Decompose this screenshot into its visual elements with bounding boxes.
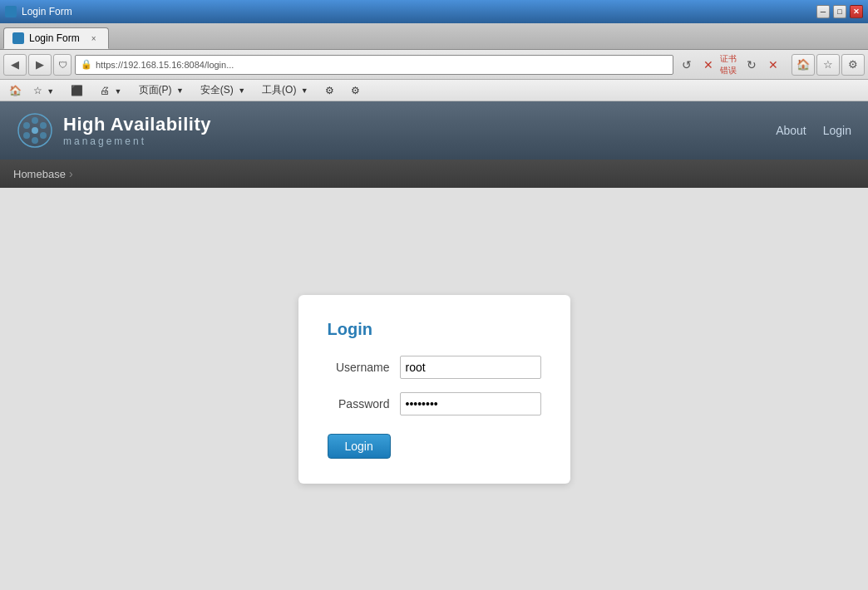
- browser-content: High Availability management About Login…: [0, 101, 868, 590]
- svg-point-7: [32, 127, 38, 134]
- logo-text-group: High Availability management: [63, 114, 211, 147]
- address-bar[interactable]: 🔒 https://192.168.15.16:8084/login...: [75, 55, 673, 75]
- forward-button[interactable]: ▶: [28, 54, 52, 76]
- username-row: Username: [328, 356, 541, 379]
- tab-title: Login Form: [29, 32, 80, 44]
- username-label: Username: [328, 361, 390, 374]
- settings-button[interactable]: ⚙: [841, 54, 865, 76]
- logo-title: High Availability: [63, 114, 211, 135]
- back-button[interactable]: ◀: [3, 54, 27, 76]
- site-header: High Availability management About Login: [0, 101, 868, 160]
- svg-point-6: [23, 122, 30, 129]
- maximize-button[interactable]: □: [833, 5, 846, 18]
- close-icon[interactable]: ✕: [763, 55, 783, 75]
- tab-bar: Login Form ×: [0, 23, 868, 50]
- active-tab[interactable]: Login Form ×: [3, 27, 109, 49]
- title-bar: Login Form ─ □ ✕: [0, 0, 868, 23]
- svg-point-1: [32, 117, 38, 124]
- username-input[interactable]: [400, 356, 541, 379]
- close-button[interactable]: ✕: [850, 5, 863, 18]
- browser-window: Login Form ─ □ ✕ Login Form × ◀ ▶ 🛡: [0, 0, 868, 590]
- print-button[interactable]: 🖨 ▼: [93, 83, 128, 98]
- tools-menu[interactable]: 工具(O) ▼: [255, 81, 315, 99]
- shield-icon: 🛡: [53, 54, 72, 76]
- login-button[interactable]: Login: [328, 434, 391, 459]
- security-menu[interactable]: 安全(S) ▼: [194, 81, 252, 99]
- reload-button[interactable]: ↻: [742, 55, 762, 75]
- lock-icon: 🔒: [81, 59, 92, 70]
- main-content: Login Username Password Login: [0, 188, 868, 590]
- tab-close-button[interactable]: ×: [88, 32, 100, 44]
- screenshot-button[interactable]: ⬛: [64, 83, 90, 98]
- login-link[interactable]: Login: [823, 124, 851, 137]
- toolbar-icons: ↺ ✕ 证书错误 ↻ ✕: [677, 55, 783, 75]
- password-row: Password: [328, 392, 541, 415]
- breadcrumb-homebase[interactable]: Homebase: [13, 168, 66, 180]
- login-form-title: Login: [328, 320, 541, 339]
- refresh-button[interactable]: ↺: [677, 55, 697, 75]
- svg-point-3: [40, 132, 47, 139]
- svg-point-4: [32, 137, 38, 144]
- home-button[interactable]: 🏠: [792, 54, 815, 76]
- gear-icon[interactable]: ⚙: [318, 83, 341, 98]
- tab-favicon: [12, 32, 24, 44]
- window-controls: ─ □ ✕: [816, 5, 863, 18]
- gear2-icon[interactable]: ⚙: [344, 83, 367, 98]
- minimize-button[interactable]: ─: [816, 5, 830, 18]
- login-card: Login Username Password Login: [298, 295, 570, 484]
- logo-subtitle: management: [63, 135, 211, 147]
- address-text: https://192.168.15.16:8084/login...: [96, 60, 234, 70]
- site-logo: High Availability management: [17, 112, 211, 149]
- website: High Availability management About Login…: [0, 101, 868, 590]
- password-label: Password: [328, 397, 390, 411]
- breadcrumb-bar: Homebase ›: [0, 160, 868, 188]
- breadcrumb-separator: ›: [69, 167, 73, 180]
- favorites-button[interactable]: ☆: [816, 54, 840, 76]
- window-title: Login Form: [22, 6, 72, 17]
- cert-error-badge[interactable]: 证书错误: [720, 55, 740, 75]
- password-input[interactable]: [400, 392, 541, 415]
- toolbar: ◀ ▶ 🛡 🔒 https://192.168.15.16:8084/login…: [0, 50, 868, 80]
- menu-bar: 🏠 ☆ ▼ ⬛ 🖨 ▼ 页面(P) ▼ 安全(S) ▼ 工具(O) ▼ ⚙ ⚙: [0, 80, 868, 101]
- header-nav: About Login: [776, 124, 851, 137]
- logo-icon: [17, 112, 53, 149]
- svg-point-2: [40, 122, 47, 129]
- submit-row: Login: [328, 429, 541, 459]
- home-menu-icon[interactable]: 🏠: [7, 82, 23, 99]
- about-link[interactable]: About: [776, 124, 806, 137]
- svg-point-5: [23, 132, 30, 139]
- title-favicon: [5, 6, 17, 17]
- stop-button[interactable]: ✕: [698, 55, 718, 75]
- favorites-menu[interactable]: ☆ ▼: [27, 83, 61, 98]
- page-menu[interactable]: 页面(P) ▼: [132, 81, 190, 99]
